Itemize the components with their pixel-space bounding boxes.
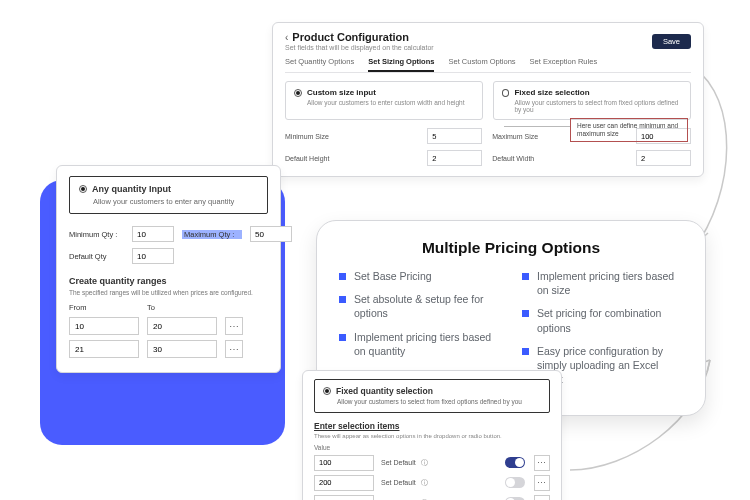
- selection-row: Set Defaultⓘ ⋯: [314, 455, 550, 471]
- to-header: To: [147, 303, 217, 312]
- range-from-input[interactable]: [69, 340, 139, 358]
- more-icon[interactable]: ⋯: [534, 455, 550, 471]
- default-height-label: Default Height: [285, 155, 417, 162]
- any-quantity-subtitle: Allow your customers to enter any quanti…: [93, 197, 258, 206]
- max-qty-label: Maximum Qty :: [182, 230, 242, 239]
- more-icon[interactable]: ⋯: [225, 340, 243, 358]
- page-subtitle: Set fields that will be displayed on the…: [285, 44, 434, 51]
- default-width-input[interactable]: [636, 150, 691, 166]
- selection-value-input[interactable]: [314, 475, 374, 491]
- min-qty-label: Minimum Qty :: [69, 230, 124, 239]
- fixed-quantity-panel: Fixed quantity selection Allow your cust…: [302, 370, 562, 500]
- option-fixed-size[interactable]: Fixed size selection Allow your customer…: [493, 81, 691, 120]
- selection-value-input[interactable]: [314, 455, 374, 471]
- option-title: Custom size input: [307, 88, 465, 97]
- fixed-quantity-title: Fixed quantity selection: [336, 386, 433, 396]
- set-default-label: Set Default: [381, 479, 416, 486]
- range-row: ⋯: [69, 340, 268, 358]
- list-item: Implement pricing tiers based on size: [537, 269, 683, 297]
- max-qty-input[interactable]: [250, 226, 292, 242]
- min-size-label: Minimum Size: [285, 133, 417, 140]
- range-row: ⋯: [69, 317, 268, 335]
- more-icon[interactable]: ⋯: [225, 317, 243, 335]
- default-qty-input[interactable]: [132, 248, 174, 264]
- selection-value-input[interactable]: [314, 495, 374, 500]
- back-caret-icon[interactable]: ‹: [285, 32, 288, 43]
- pricing-options-title: Multiple Pricing Options: [339, 239, 683, 257]
- bullet-icon: [339, 296, 346, 303]
- more-icon[interactable]: ⋯: [534, 495, 550, 500]
- selection-row: Set Defaultⓘ ⋯: [314, 475, 550, 491]
- create-ranges-help: The specified ranges will be utilized wh…: [69, 289, 268, 296]
- bullet-icon: [339, 334, 346, 341]
- min-qty-input[interactable]: [132, 226, 174, 242]
- tab-quantity-options[interactable]: Set Quantity Options: [285, 57, 354, 72]
- tab-custom-options[interactable]: Set Custom Options: [448, 57, 515, 72]
- tab-sizing-options[interactable]: Set Sizing Options: [368, 57, 434, 72]
- bullet-icon: [522, 273, 529, 280]
- radio-icon[interactable]: [502, 89, 509, 97]
- page-title: Product Configuration: [292, 31, 409, 43]
- product-configuration-panel: ‹ Product Configuration Set fields that …: [272, 22, 704, 177]
- selection-row: Set Defaultⓘ ⋯: [314, 495, 550, 500]
- bullet-icon: [339, 273, 346, 280]
- more-icon[interactable]: ⋯: [534, 475, 550, 491]
- from-header: From: [69, 303, 139, 312]
- default-width-label: Default Width: [492, 155, 626, 162]
- range-to-input[interactable]: [147, 340, 217, 358]
- radio-icon[interactable]: [323, 387, 331, 395]
- enter-items-heading: Enter selection items: [314, 421, 550, 431]
- list-item: Set Base Pricing: [354, 269, 432, 283]
- option-title: Fixed size selection: [514, 88, 682, 97]
- range-from-input[interactable]: [69, 317, 139, 335]
- fixed-quantity-subtitle: Allow your customers to select from fixe…: [337, 398, 541, 406]
- value-header: Value: [314, 444, 550, 451]
- radio-icon[interactable]: [79, 185, 87, 193]
- range-to-input[interactable]: [147, 317, 217, 335]
- min-size-input[interactable]: [427, 128, 482, 144]
- any-quantity-panel: Any quantity Input Allow your customers …: [56, 165, 281, 373]
- enter-items-help: These will appear as selection options i…: [314, 433, 550, 439]
- any-quantity-title: Any quantity Input: [92, 184, 171, 194]
- set-default-toggle[interactable]: [505, 477, 525, 488]
- option-subtitle: Allow your customers to enter custom wid…: [307, 99, 465, 106]
- size-callout: Here user can define minimum and maximum…: [570, 118, 688, 142]
- bullet-icon: [522, 310, 529, 317]
- radio-icon[interactable]: [294, 89, 302, 97]
- list-item: Implement pricing tiers based on quantit…: [354, 330, 500, 358]
- option-subtitle: Allow your customers to select from fixe…: [514, 99, 682, 113]
- tab-exception-rules[interactable]: Set Exception Rules: [530, 57, 598, 72]
- set-default-toggle[interactable]: [505, 457, 525, 468]
- list-item: Set absolute & setup fee for options: [354, 292, 500, 320]
- set-default-label: Set Default: [381, 459, 416, 466]
- list-item: Set pricing for combination options: [537, 306, 683, 334]
- option-custom-size[interactable]: Custom size input Allow your customers t…: [285, 81, 483, 120]
- default-height-input[interactable]: [427, 150, 482, 166]
- save-button[interactable]: Save: [652, 34, 691, 49]
- create-ranges-heading: Create quantity ranges: [69, 276, 268, 286]
- default-qty-label: Default Qty: [69, 252, 124, 261]
- bullet-icon: [522, 348, 529, 355]
